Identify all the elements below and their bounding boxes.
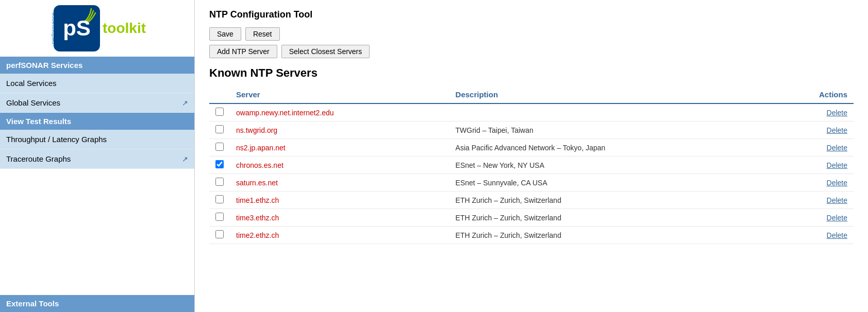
delete-link[interactable]: Delete [827,144,847,152]
description-cell [449,103,773,122]
description-cell: ESnet – New York, NY USA [449,157,773,174]
description-cell: ETH Zurich – Zurich, Switzerland [449,227,773,244]
row-checkbox[interactable] [215,178,224,186]
table-row: saturn.es.netESnet – Sunnyvale, CA USADe… [209,174,854,192]
description-cell: ETH Zurich – Zurich, Switzerland [449,209,773,227]
delete-link[interactable]: Delete [827,231,847,239]
perfsonar-services-header: perfSONAR Services [0,57,194,74]
description-cell: ETH Zurich – Zurich, Switzerland [449,192,773,209]
col-header-actions: Actions [773,86,854,103]
server-cell: owamp.newy.net.internet2.edu [230,103,449,122]
actions-cell: Delete [773,139,854,157]
description-cell: Asia Pacific Advanced Network – Tokyo, J… [449,139,773,157]
col-header-checkbox [209,86,230,103]
delete-link[interactable]: Delete [827,126,847,134]
checkbox-cell [209,227,230,244]
actions-cell: Delete [773,157,854,174]
reset-button[interactable]: Reset [245,27,280,41]
actions-cell: Delete [773,209,854,227]
throughput-label: Throughput / Latency Graphs [6,135,107,144]
logo-area: performance pS toolkit [0,0,194,57]
table-row: owamp.newy.net.internet2.eduDelete [209,103,854,122]
delete-link[interactable]: Delete [827,161,847,169]
sidebar: performance pS toolkit perfSONAR Service… [0,0,195,312]
actions-cell: Delete [773,122,854,139]
logo-toolkit-text: toolkit [103,20,146,37]
table-row: ns.twgrid.orgTWGrid – Taipei, TaiwanDele… [209,122,854,139]
ntp-table: Server Description Actions owamp.newy.ne… [209,86,854,244]
checkbox-cell [209,209,230,227]
save-button[interactable]: Save [209,27,241,41]
logo-ps-text: pS [63,16,91,41]
server-cell: ns2.jp.apan.net [230,139,449,157]
row-checkbox[interactable] [215,195,224,203]
delete-link[interactable]: Delete [827,196,847,204]
table-row: chronos.es.netESnet – New York, NY USADe… [209,157,854,174]
add-ntp-server-button[interactable]: Add NTP Server [209,45,277,58]
section-title: Known NTP Servers [209,66,854,80]
checkbox-cell [209,157,230,174]
table-header-row: Server Description Actions [209,86,854,103]
checkbox-cell [209,139,230,157]
description-cell: ESnet – Sunnyvale, CA USA [449,174,773,192]
sidebar-item-throughput[interactable]: Throughput / Latency Graphs [0,130,194,149]
checkbox-cell [209,103,230,122]
actions-cell: Delete [773,174,854,192]
row-checkbox[interactable] [215,125,224,133]
table-row: ns2.jp.apan.netAsia Pacific Advanced Net… [209,139,854,157]
ntp-table-body: owamp.newy.net.internet2.eduDeletens.twg… [209,103,854,244]
row-checkbox[interactable] [215,230,224,238]
table-row: time2.ethz.chETH Zurich – Zurich, Switze… [209,227,854,244]
row-checkbox[interactable] [215,160,224,168]
server-cell: time3.ethz.ch [230,209,449,227]
actions-cell: Delete [773,227,854,244]
toolbar-row-2: Add NTP Server Select Closest Servers [209,45,854,58]
external-link-icon: ↗ [182,99,188,107]
external-tools-header: External Tools [0,295,194,312]
sidebar-item-local-services[interactable]: Local Services [0,74,194,93]
server-cell: saturn.es.net [230,174,449,192]
server-cell: time1.ethz.ch [230,192,449,209]
logo-box: performance pS toolkit [48,5,146,51]
logo-icon: pS [54,5,100,51]
delete-link[interactable]: Delete [827,109,847,117]
server-cell: ns.twgrid.org [230,122,449,139]
view-test-results-header: View Test Results [0,113,194,130]
server-cell: time2.ethz.ch [230,227,449,244]
row-checkbox[interactable] [215,213,224,221]
external-link-icon-2: ↗ [182,155,188,163]
table-row: time1.ethz.chETH Zurich – Zurich, Switze… [209,192,854,209]
delete-link[interactable]: Delete [827,214,847,222]
table-row: time3.ethz.chETH Zurich – Zurich, Switze… [209,209,854,227]
checkbox-cell [209,122,230,139]
page-title: NTP Configuration Tool [209,9,854,20]
row-checkbox[interactable] [215,143,224,151]
delete-link[interactable]: Delete [827,179,847,187]
select-closest-servers-button[interactable]: Select Closest Servers [281,45,370,58]
toolbar-row-1: Save Reset [209,27,854,41]
actions-cell: Delete [773,192,854,209]
col-header-server: Server [230,86,449,103]
col-header-description: Description [449,86,773,103]
traceroute-label: Traceroute Graphs [6,154,71,163]
server-cell: chronos.es.net [230,157,449,174]
sidebar-item-traceroute[interactable]: Traceroute Graphs ↗ [0,149,194,169]
main-content: NTP Configuration Tool Save Reset Add NT… [195,0,868,312]
checkbox-cell [209,174,230,192]
actions-cell: Delete [773,103,854,122]
global-services-label: Global Services [6,98,60,107]
checkbox-cell [209,192,230,209]
local-services-label: Local Services [6,79,57,88]
description-cell: TWGrid – Taipei, Taiwan [449,122,773,139]
sidebar-item-global-services[interactable]: Global Services ↗ [0,93,194,113]
row-checkbox[interactable] [215,108,224,116]
